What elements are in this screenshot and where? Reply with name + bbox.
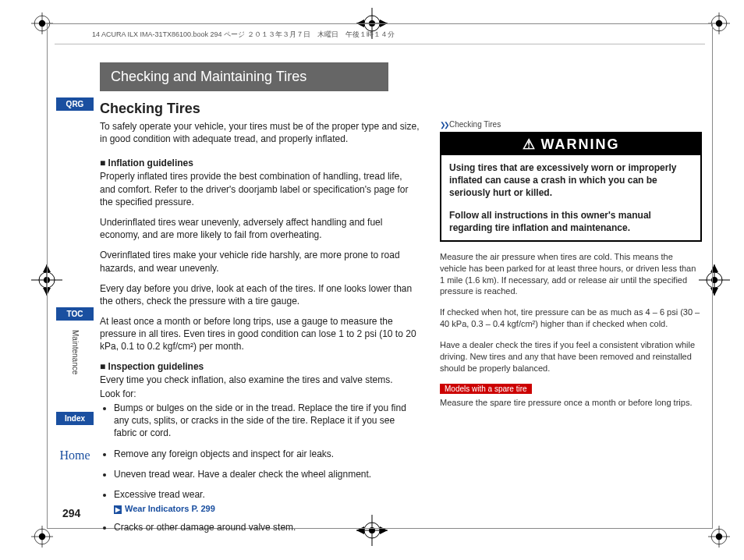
wear-indicators-link[interactable]: Wear Indicators P. 299	[114, 504, 420, 513]
body-text: Every time you check inflation, also exa…	[100, 374, 420, 386]
sidebar-nav: QRG TOC Maintenance Index Home	[56, 97, 94, 463]
inspection-list: Cracks or other damage around valve stem…	[114, 521, 420, 533]
warning-box: WARNING Using tires that are excessively…	[440, 132, 702, 242]
list-item: Bumps or bulges on the side or in the tr…	[114, 402, 420, 440]
side-text: Measure the spare tire pressure once a m…	[440, 397, 702, 409]
warning-text: Follow all instructions in this owner's …	[449, 209, 693, 234]
side-heading: Checking Tires	[440, 120, 702, 129]
section-title: Checking Tires	[100, 101, 702, 117]
side-text: Measure the air pressure when tires are …	[440, 251, 702, 297]
body-text: Underinflated tires wear unevenly, adver…	[100, 216, 420, 241]
side-text: If checked when hot, tire pressure can b…	[440, 307, 702, 330]
index-link[interactable]: Index	[56, 412, 94, 425]
warning-body: Using tires that are excessively worn or…	[441, 155, 700, 240]
list-item: Excessive tread wear.	[114, 488, 420, 501]
main-column: To safely operate your vehicle, your tir…	[100, 120, 420, 541]
home-link[interactable]: Home	[59, 448, 90, 462]
inflation-heading: Inflation guidelines	[100, 158, 420, 168]
warning-text: Using tires that are excessively worn or…	[449, 161, 693, 200]
side-column: Checking Tires WARNING Using tires that …	[440, 120, 702, 541]
divider	[55, 44, 705, 44]
intro-text: To safely operate your vehicle, your tir…	[100, 120, 420, 145]
registration-mark-icon	[708, 526, 730, 548]
inspection-list: Bumps or bulges on the side or in the tr…	[114, 402, 420, 501]
side-text: Have a dealer check the tires if you fee…	[440, 339, 702, 374]
page-content: Checking and Maintaining Tires Checking …	[100, 62, 702, 541]
model-tag: Models with a spare tire	[440, 384, 532, 394]
body-text: At least once a month or before long tri…	[100, 315, 420, 353]
section-label: Maintenance	[71, 330, 80, 374]
body-text: Look for:	[100, 388, 420, 400]
registration-mark-icon	[31, 526, 53, 548]
chapter-title: Checking and Maintaining Tires	[100, 62, 388, 91]
qrg-link[interactable]: QRG	[56, 97, 94, 111]
body-text: Properly inflated tires provide the best…	[100, 170, 420, 208]
list-item: Remove any foreign objects and inspect f…	[114, 448, 420, 460]
page-number: 294	[62, 507, 80, 519]
body-text: Every day before you drive, look at each…	[100, 282, 420, 307]
warning-title: WARNING	[441, 133, 700, 155]
book-metadata: 14 ACURA ILX IMA-31TX86100.book 294 ページ …	[92, 30, 395, 40]
list-item: Cracks or other damage around valve stem…	[114, 521, 420, 533]
body-text: Overinflated tires make your vehicle rid…	[100, 249, 420, 274]
toc-link[interactable]: TOC	[56, 307, 94, 321]
inspection-heading: Inspection guidelines	[100, 361, 420, 372]
list-item: Uneven tread wear. Have a dealer check t…	[114, 468, 420, 480]
